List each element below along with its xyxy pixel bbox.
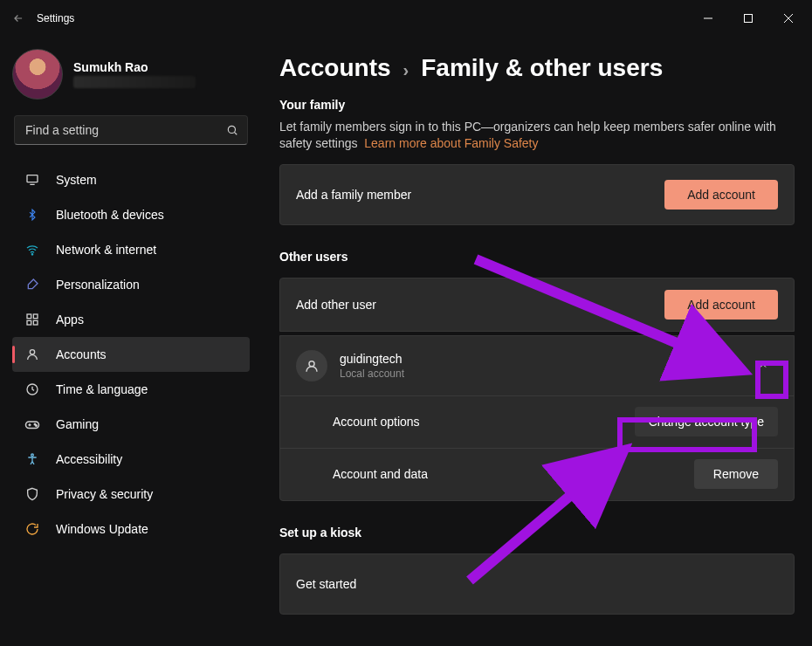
arrow-left-icon bbox=[12, 12, 24, 24]
user-header-row[interactable]: guidingtech Local account bbox=[280, 336, 794, 395]
add-other-user-row: Add other user Add account bbox=[280, 278, 794, 331]
nav-label: Gaming bbox=[56, 417, 99, 431]
svg-rect-0 bbox=[745, 15, 753, 23]
add-other-user-label: Add other user bbox=[296, 298, 376, 312]
chevron-up-icon bbox=[758, 361, 768, 371]
family-heading: Your family bbox=[279, 98, 795, 112]
gamepad-icon bbox=[24, 416, 40, 432]
window-title: Settings bbox=[37, 12, 74, 24]
system-icon bbox=[24, 172, 40, 188]
profile-block[interactable]: Sumukh Rao bbox=[12, 45, 250, 115]
nav-bluetooth[interactable]: Bluetooth & devices bbox=[12, 197, 250, 232]
nav-label: Privacy & security bbox=[56, 487, 153, 501]
user-avatar-icon bbox=[296, 350, 327, 381]
nav-update[interactable]: Windows Update bbox=[12, 512, 250, 546]
account-options-row: Account options Change account type bbox=[280, 395, 794, 448]
kiosk-get-started-label: Get started bbox=[296, 577, 356, 591]
nav-list: System Bluetooth & devices Network & int… bbox=[12, 162, 250, 546]
avatar bbox=[12, 49, 63, 100]
nav-label: Windows Update bbox=[56, 522, 148, 536]
clock-icon bbox=[24, 381, 40, 397]
svg-point-14 bbox=[309, 361, 314, 367]
nav-personalization[interactable]: Personalization bbox=[12, 267, 250, 302]
breadcrumb-parent[interactable]: Accounts bbox=[279, 54, 391, 82]
content: Accounts › Family & other users Your fam… bbox=[262, 37, 812, 646]
person-icon bbox=[24, 347, 40, 362]
profile-email-redacted bbox=[73, 76, 196, 88]
sidebar: Sumukh Rao System Bluetooth & devices bbox=[0, 37, 262, 646]
nav-label: Bluetooth & devices bbox=[56, 208, 164, 222]
nav-label: Accounts bbox=[56, 347, 107, 361]
accessibility-icon bbox=[24, 451, 40, 467]
nav-system[interactable]: System bbox=[12, 162, 250, 197]
nav-label: System bbox=[56, 173, 97, 187]
paintbrush-icon bbox=[24, 277, 40, 292]
update-icon bbox=[24, 521, 40, 537]
nav-label: Apps bbox=[56, 313, 84, 326]
back-button[interactable] bbox=[3, 3, 33, 33]
other-users-heading: Other users bbox=[279, 250, 795, 264]
nav-label: Time & language bbox=[56, 382, 148, 396]
nav-gaming[interactable]: Gaming bbox=[12, 407, 250, 442]
svg-point-13 bbox=[31, 454, 34, 457]
nav-accessibility[interactable]: Accessibility bbox=[12, 442, 250, 477]
other-users-card: Add other user Add account bbox=[279, 278, 795, 332]
user-card-guidingtech: guidingtech Local account Account option… bbox=[279, 335, 795, 501]
window-minimize[interactable] bbox=[688, 0, 728, 37]
bluetooth-icon bbox=[24, 207, 40, 223]
nav-label: Network & internet bbox=[56, 243, 156, 257]
nav-apps[interactable]: Apps bbox=[12, 302, 250, 337]
account-options-label: Account options bbox=[333, 415, 420, 429]
account-data-label: Account and data bbox=[333, 467, 428, 481]
svg-rect-5 bbox=[33, 314, 38, 319]
nav-privacy[interactable]: Privacy & security bbox=[12, 477, 250, 512]
svg-rect-4 bbox=[27, 314, 31, 319]
add-family-card: Add a family member Add account bbox=[279, 164, 795, 225]
kiosk-card[interactable]: Get started bbox=[279, 553, 795, 615]
add-family-account-button[interactable]: Add account bbox=[664, 180, 778, 210]
change-account-type-button[interactable]: Change account type bbox=[635, 407, 778, 436]
kiosk-heading: Set up a kiosk bbox=[279, 526, 795, 539]
window-close[interactable] bbox=[768, 0, 809, 37]
svg-rect-7 bbox=[33, 320, 38, 325]
window-maximize[interactable] bbox=[728, 0, 768, 37]
chevron-right-icon: › bbox=[403, 60, 409, 80]
search-field[interactable] bbox=[14, 115, 248, 145]
apps-icon bbox=[24, 312, 40, 327]
nav-label: Accessibility bbox=[56, 452, 122, 466]
search-input[interactable] bbox=[24, 122, 226, 138]
minimize-icon bbox=[704, 14, 712, 23]
maximize-icon bbox=[744, 14, 753, 23]
breadcrumb-leaf: Family & other users bbox=[421, 54, 663, 82]
svg-rect-2 bbox=[27, 175, 38, 182]
wifi-icon bbox=[24, 242, 40, 258]
profile-name: Sumukh Rao bbox=[73, 60, 196, 74]
remove-account-button[interactable]: Remove bbox=[694, 459, 778, 489]
family-description: Let family members sign in to this PC—or… bbox=[279, 119, 795, 152]
collapse-button[interactable] bbox=[748, 351, 778, 381]
titlebar: Settings bbox=[0, 0, 812, 37]
svg-point-12 bbox=[36, 425, 38, 427]
add-family-label: Add a family member bbox=[296, 188, 411, 202]
breadcrumb: Accounts › Family & other users bbox=[279, 54, 795, 82]
search-icon bbox=[226, 124, 238, 136]
account-data-row: Account and data Remove bbox=[280, 448, 794, 500]
shield-icon bbox=[24, 486, 40, 502]
svg-point-3 bbox=[31, 254, 32, 255]
svg-point-1 bbox=[228, 126, 235, 133]
nav-time[interactable]: Time & language bbox=[12, 372, 250, 407]
nav-network[interactable]: Network & internet bbox=[12, 232, 250, 267]
svg-rect-6 bbox=[27, 320, 31, 325]
nav-label: Personalization bbox=[56, 278, 140, 292]
nav-accounts[interactable]: Accounts bbox=[12, 337, 250, 372]
add-other-user-button[interactable]: Add account bbox=[664, 290, 778, 320]
close-icon bbox=[784, 14, 793, 23]
family-safety-link[interactable]: Learn more about Family Safety bbox=[364, 136, 538, 150]
user-name: guidingtech bbox=[340, 352, 404, 366]
svg-point-8 bbox=[30, 350, 34, 354]
user-type: Local account bbox=[340, 368, 404, 380]
